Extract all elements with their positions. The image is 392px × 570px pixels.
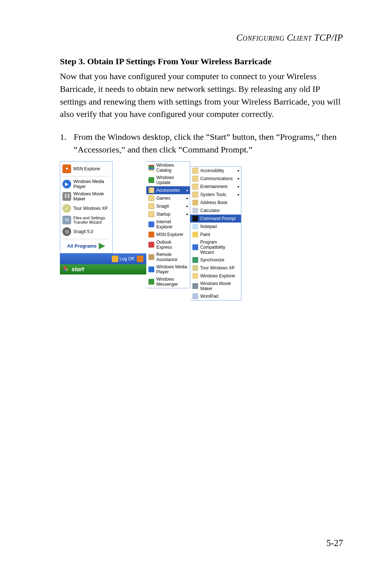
- page-number: 5-27: [326, 538, 343, 548]
- programs-item[interactable]: Windows Update: [146, 174, 190, 186]
- instruction-item: 1. From the Windows desktop, click the “…: [60, 131, 343, 156]
- shutdown-button[interactable]: [137, 256, 143, 262]
- list-text: From the Windows desktop, click the “Sta…: [74, 131, 343, 156]
- msn-icon: ✦: [62, 164, 71, 173]
- moviemaker-icon: 🎞: [62, 192, 71, 201]
- all-programs-button[interactable]: All Programs: [61, 241, 111, 252]
- menu-item-icon: [148, 266, 154, 272]
- submenu-arrow-icon: ▸: [238, 192, 240, 196]
- programs-item[interactable]: Windows Messenger: [146, 276, 190, 288]
- wizard-icon: ⇆: [62, 216, 71, 224]
- submenu-arrow-icon: ▸: [187, 196, 188, 200]
- start-item-tour[interactable]: ✓ Tour Windows XP: [61, 203, 111, 214]
- menu-item-icon: [192, 283, 198, 289]
- programs-item[interactable]: Internet Explorer: [146, 218, 190, 231]
- accessories-item[interactable]: Program Compatibility Wizard: [190, 239, 241, 256]
- menu-item-icon: [148, 177, 154, 183]
- accessories-item[interactable]: WordPad: [190, 292, 241, 300]
- menu-item-icon: [148, 211, 154, 217]
- menu-item-icon: [192, 216, 198, 221]
- menu-item-icon: [148, 254, 154, 260]
- menu-item-icon: [192, 224, 198, 229]
- accessories-item[interactable]: Entertainment▸: [190, 183, 241, 191]
- menu-item-icon: [148, 165, 154, 171]
- log-off-button[interactable]: Log Off: [112, 256, 134, 262]
- programs-item[interactable]: Windows Catalog: [146, 162, 190, 174]
- start-item-snagit[interactable]: ◎ SnagIt 5.0: [61, 226, 111, 237]
- submenu-arrow-icon: ▸: [238, 176, 240, 180]
- wmp-icon: ▶: [62, 180, 71, 188]
- snagit-icon: ◎: [62, 227, 71, 236]
- menu-item-icon: [148, 242, 154, 248]
- logoff-bar: Log Off: [60, 253, 146, 264]
- start-menu-left-panel: ✦ MSN Explorer ▶ Windows Media Player 🎞 …: [60, 161, 113, 253]
- windows-logo-icon: [64, 266, 69, 272]
- accessories-item[interactable]: Command Prompt: [190, 215, 241, 223]
- menu-item-icon: [192, 200, 198, 205]
- submenu-arrow-icon: ▸: [187, 204, 188, 208]
- submenu-arrow-icon: ▸: [187, 212, 188, 216]
- menu-item-icon: [192, 208, 198, 213]
- menu-item-icon: [192, 168, 198, 174]
- menu-item-icon: [192, 232, 198, 237]
- menu-item-icon: [148, 203, 154, 209]
- accessories-item[interactable]: System Tools▸: [190, 191, 241, 199]
- menu-item-icon: [148, 232, 154, 237]
- accessories-item[interactable]: Notepad: [190, 223, 241, 231]
- key-icon: [112, 256, 118, 262]
- submenu-arrow-icon: ▸: [238, 184, 240, 188]
- accessories-item[interactable]: Calculator: [190, 207, 241, 215]
- menu-item-icon: [148, 195, 154, 201]
- accessories-item[interactable]: Accessibility▸: [190, 167, 241, 175]
- start-item-movie[interactable]: 🎞 Windows Movie Maker: [61, 190, 111, 203]
- programs-item[interactable]: Windows Media Player: [146, 263, 190, 276]
- start-item-wizard[interactable]: ⇆ Files and Settings Transfer Wizard: [61, 214, 111, 226]
- arrow-right-icon: [99, 243, 105, 249]
- chapter-heading: Configuring Client TCP/IP: [60, 33, 343, 43]
- submenu-arrow-icon: ▸: [187, 188, 188, 192]
- accessories-item[interactable]: Address Book: [190, 199, 241, 207]
- accessories-item[interactable]: Windows Movie Maker: [190, 280, 241, 292]
- menu-item-icon: [192, 184, 198, 190]
- step-title: Step 3. Obtain IP Settings From Your Wir…: [60, 57, 343, 66]
- programs-submenu: Windows CatalogWindows UpdateAccessories…: [146, 161, 190, 288]
- start-item-wmp[interactable]: ▶ Windows Media Player: [61, 178, 111, 190]
- programs-item[interactable]: Games▸: [146, 194, 190, 202]
- menu-item-icon: [148, 279, 154, 285]
- programs-item[interactable]: Remote Assistance: [146, 251, 190, 263]
- programs-item[interactable]: Startup▸: [146, 210, 190, 218]
- submenu-arrow-icon: ▸: [238, 168, 240, 172]
- accessories-item[interactable]: Paint: [190, 231, 241, 239]
- start-button[interactable]: start: [60, 264, 146, 274]
- tour-icon: ✓: [62, 204, 71, 213]
- power-icon: [137, 256, 143, 262]
- programs-item[interactable]: Accessories▸: [146, 186, 190, 194]
- menu-item-icon: [192, 293, 198, 299]
- menu-item-icon: [148, 221, 154, 227]
- list-number: 1.: [60, 131, 74, 156]
- screenshot-start-menu: ✦ MSN Explorer ▶ Windows Media Player 🎞 …: [60, 161, 241, 301]
- accessories-item[interactable]: Windows Explorer: [190, 272, 241, 280]
- menu-item-icon: [192, 257, 198, 263]
- accessories-item[interactable]: Communications▸: [190, 175, 241, 183]
- menu-item-icon: [192, 273, 198, 279]
- programs-item[interactable]: SnagIt▸: [146, 202, 190, 210]
- start-item-msn[interactable]: ✦ MSN Explorer: [61, 163, 111, 175]
- programs-item[interactable]: Outlook Express: [146, 239, 190, 251]
- menu-item-icon: [192, 192, 198, 198]
- menu-item-icon: [192, 244, 198, 250]
- accessories-item[interactable]: Synchronize: [190, 256, 241, 264]
- body-paragraph: Now that you have configured your comput…: [60, 70, 343, 121]
- programs-item[interactable]: MSN Explorer: [146, 231, 190, 239]
- menu-item-icon: [192, 176, 198, 182]
- menu-item-icon: [148, 187, 154, 193]
- menu-item-icon: [192, 265, 198, 271]
- accessories-item[interactable]: Tour Windows XP: [190, 264, 241, 272]
- accessories-submenu: Accessibility▸Communications▸Entertainme…: [190, 166, 241, 301]
